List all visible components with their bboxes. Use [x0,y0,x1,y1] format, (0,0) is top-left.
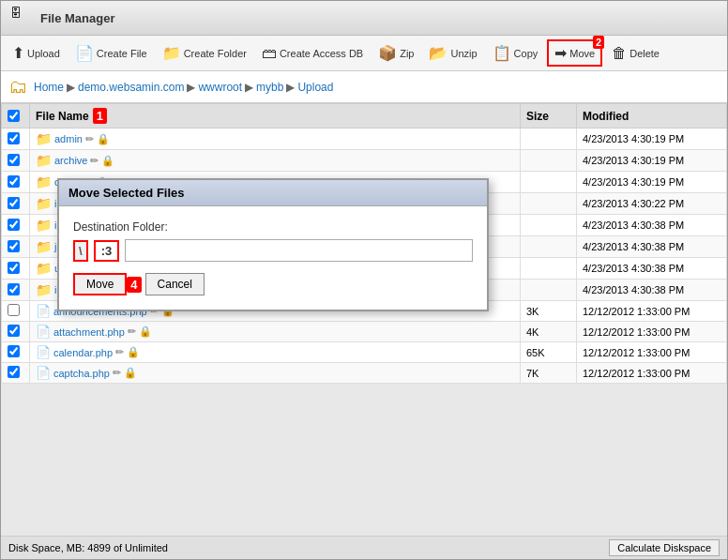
breadcrumb-home[interactable]: Home [34,81,64,94]
create-folder-button[interactable]: 📁 Create Folder [157,41,252,65]
disk-info: Disk Space, MB: 4899 of Unlimited [8,542,168,553]
create-access-db-icon: 🗃 [262,45,277,62]
destination-input-row: \ :3 [73,239,473,262]
move-button[interactable]: ➡ Move 2 [547,39,602,67]
zip-icon: 📦 [378,44,397,62]
breadcrumb-mybb[interactable]: mybb [256,81,283,94]
unzip-button[interactable]: 📂 Unzip [423,41,482,65]
breadcrumb-domain[interactable]: demo.websamin.com [78,81,184,94]
dialog-body: Destination Folder: \ :3 Move 4 Cancel [59,206,487,310]
dialog-title-text: Move Selected Files [68,186,185,200]
breadcrumb-wwwroot[interactable]: wwwroot [198,81,242,94]
upload-button[interactable]: ⬆ Upload [7,41,66,65]
create-file-icon: 📄 [75,44,94,62]
status-bar: Disk Space, MB: 4899 of Unlimited Calcul… [1,536,727,559]
dialog-overlay: Move Selected Files Destination Folder: … [1,103,727,536]
title-bar: 🗄 File Manager [1,1,727,36]
copy-button[interactable]: 📋 Copy [487,41,544,65]
upload-icon: ⬆ [12,44,24,62]
dialog-title-bar: Move Selected Files [59,180,487,206]
move-icon: ➡ [554,44,567,62]
toolbar: ⬆ Upload 📄 Create File 📁 Create Folder 🗃… [1,36,727,71]
dialog-move-button[interactable]: Move [73,273,127,295]
move-btn-wrapper: Move 4 [73,273,142,295]
dialog-move-badge: 4 [127,277,141,293]
dialog-buttons: Move 4 Cancel [73,273,473,295]
calculate-diskspace-button[interactable]: Calculate Diskspace [609,539,720,556]
content-area: File Name 1 Size Modified 📁admin✏🔒4/23/2… [1,103,727,536]
file-manager-window: 🗄 File Manager ⬆ Upload 📄 Create File 📁 … [0,0,728,560]
breadcrumb-upload[interactable]: Upload [297,81,333,94]
create-file-button[interactable]: 📄 Create File [69,41,153,65]
delete-button[interactable]: 🗑 Delete [606,42,665,65]
move-dialog: Move Selected Files Destination Folder: … [57,178,489,311]
create-access-db-button[interactable]: 🗃 Create Access DB [256,42,369,65]
window-title: File Manager [40,11,114,25]
breadcrumb: 🗂 Home ▶ demo.websamin.com ▶ wwwroot ▶ m… [1,71,727,103]
destination-input-badge: :3 [94,240,120,262]
app-icon: 🗄 [10,7,33,29]
unzip-icon: 📂 [429,44,447,62]
copy-icon: 📋 [493,44,511,62]
delete-icon: 🗑 [612,45,627,62]
destination-input[interactable] [125,239,473,262]
breadcrumb-folder-icon: 🗂 [8,76,27,98]
move-badge: 2 [593,36,604,49]
zip-button[interactable]: 📦 Zip [372,41,419,65]
dialog-cancel-button[interactable]: Cancel [145,273,205,295]
destination-folder-icon: \ [73,240,88,262]
create-folder-icon: 📁 [162,44,181,62]
destination-label: Destination Folder: [73,220,473,234]
